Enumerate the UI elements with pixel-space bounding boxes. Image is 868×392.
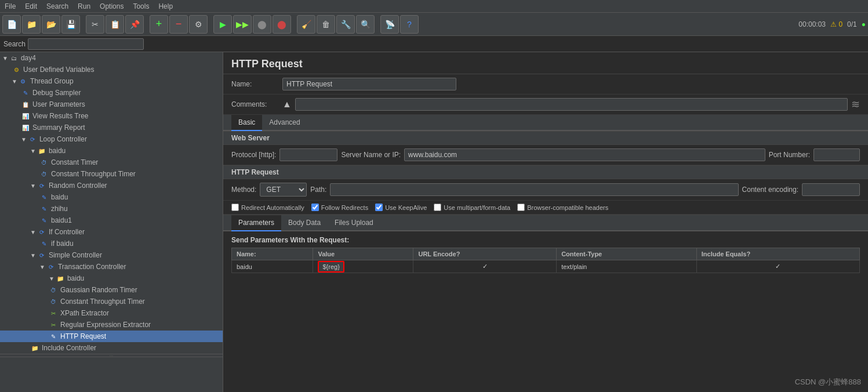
tree-item-zhihu[interactable]: ✎ zhihu: [0, 203, 223, 215]
search-toolbar-button[interactable]: 🔍: [356, 15, 375, 34]
remove-button[interactable]: −: [169, 15, 188, 34]
follow-redirects-checkbox[interactable]: Follow Redirects: [311, 204, 368, 211]
param-tabs: Parameters Body Data Files Upload: [223, 215, 868, 231]
controller-icon: ⟳: [37, 251, 46, 260]
comments-input[interactable]: [295, 98, 848, 111]
tree-item-thread-group[interactable]: ▼ ⚙ Thread Group: [0, 75, 223, 87]
tree-item-baidu-rc[interactable]: ✎ baidu: [0, 191, 223, 203]
tree-item-transaction-controller[interactable]: ▼ ⟳ Transaction Controller: [0, 261, 223, 273]
redirect-auto-checkbox[interactable]: Redirect Automatically: [231, 204, 304, 211]
tree-item-user-parameters[interactable]: 📋 User Parameters: [0, 99, 223, 110]
menu-file[interactable]: File: [0, 1, 20, 12]
drag-handle: ≋: [851, 98, 860, 111]
menu-help[interactable]: Help: [154, 1, 177, 12]
sampler-icon: ✎: [21, 88, 30, 97]
tab-parameters[interactable]: Parameters: [231, 215, 281, 231]
collapse-arrow[interactable]: ▲: [282, 99, 292, 110]
protocol-input[interactable]: [279, 148, 337, 161]
encoding-input[interactable]: [802, 183, 860, 196]
keepalive-checkbox[interactable]: Use KeepAlive: [375, 204, 427, 211]
name-input[interactable]: [282, 78, 456, 90]
multipart-checkbox[interactable]: Use multipart/form-data: [434, 204, 510, 211]
tree-item-summary-report[interactable]: 📊 Summary Report: [0, 122, 223, 133]
tab-body-data[interactable]: Body Data: [281, 215, 328, 231]
tree-item-baidu1[interactable]: ✎ baidu1: [0, 215, 223, 226]
menu-edit[interactable]: Edit: [20, 1, 42, 12]
tree-item-baidu-tc[interactable]: ▼ 📁 baidu: [0, 273, 223, 284]
menu-options[interactable]: Options: [95, 1, 128, 12]
paste-button[interactable]: 📌: [125, 15, 144, 34]
sampler-icon: ✎: [39, 204, 49, 213]
tree-item-if-baidu[interactable]: ✎ if baidu: [0, 238, 223, 249]
shutdown-button[interactable]: ⬤: [273, 15, 291, 34]
tree-item-baidu-lc[interactable]: ▼ 📁 baidu: [0, 145, 223, 157]
tree-item-regex-extractor[interactable]: ✂ Regular Expression Extractor: [0, 319, 223, 331]
start-no-pause-button[interactable]: ▶▶: [233, 15, 252, 34]
tree-item-if-controller[interactable]: ▼ ⟳ If Controller: [0, 226, 223, 238]
tree-item-gaussian-timer[interactable]: ⏱ Gaussian Random Timer: [0, 284, 223, 296]
templates-button[interactable]: 📁: [22, 15, 41, 34]
clear-button[interactable]: 🧹: [297, 15, 315, 34]
browser-headers-input[interactable]: [517, 204, 525, 211]
tree-item-random-controller[interactable]: ▼ ⟳ Random Controller: [0, 180, 223, 191]
menu-run[interactable]: Run: [73, 1, 95, 12]
tab-basic[interactable]: Basic: [231, 115, 262, 131]
tree-item-day4[interactable]: ▼ 🗂 day4: [0, 52, 223, 64]
browser-headers-checkbox[interactable]: Browser-compatible headers: [517, 204, 608, 211]
open-button[interactable]: 📂: [42, 15, 60, 34]
path-input[interactable]: [330, 183, 738, 196]
search-input[interactable]: [28, 38, 144, 50]
redirect-auto-input[interactable]: [231, 204, 239, 211]
tree-item-debug-sampler[interactable]: ✎ Debug Sampler: [0, 87, 223, 99]
tree-label: baidu: [49, 147, 66, 155]
copy-button[interactable]: 📋: [106, 15, 124, 34]
tree-item-xpath-extractor[interactable]: ✂ XPath Extractor: [0, 307, 223, 319]
multipart-input[interactable]: [434, 204, 441, 211]
menu-search[interactable]: Search: [42, 1, 73, 12]
tree-item-constant-throughput2[interactable]: ⏱ Constant Throughput Timer: [0, 296, 223, 307]
functions-button[interactable]: 🔧: [336, 15, 355, 34]
toggle-button[interactable]: ⚙: [189, 15, 208, 34]
plan-icon: 🗂: [9, 53, 19, 63]
tab-files-upload[interactable]: Files Upload: [328, 215, 380, 231]
tree-item-constant-timer[interactable]: ⏱ Constant Timer: [0, 157, 223, 168]
follow-redirects-input[interactable]: [311, 204, 319, 211]
tree-item-view-results-tree[interactable]: 📊 View Results Tree: [0, 110, 223, 122]
port-input[interactable]: [813, 148, 860, 161]
col-contenttype: Content-Type: [557, 248, 697, 260]
controller-icon: ⟳: [37, 181, 46, 190]
method-select[interactable]: GET POST PUT DELETE: [260, 183, 307, 197]
tree-item-include-controller[interactable]: 📁 Include Controller: [0, 342, 223, 354]
add-button[interactable]: +: [150, 15, 168, 34]
sampler-icon: ✎: [39, 239, 49, 248]
menu-tools[interactable]: Tools: [128, 1, 154, 12]
timer-icon: ⏱: [39, 158, 49, 167]
clear-all-button[interactable]: 🗑: [317, 15, 335, 34]
http-request-row: Method: GET POST PUT DELETE Path: Conten…: [223, 179, 868, 201]
protocol-label: Protocol [http]:: [231, 151, 276, 159]
tab-advanced[interactable]: Advanced: [262, 115, 307, 131]
help-button[interactable]: ?: [400, 15, 419, 34]
tree-label: Summary Report: [32, 124, 85, 132]
keepalive-input[interactable]: [375, 204, 383, 211]
config-icon: ⚙: [12, 65, 21, 74]
tree-item-simple-controller[interactable]: ▼ ⟳ Simple Controller: [0, 249, 223, 261]
tree-label: day4: [21, 54, 36, 62]
start-button[interactable]: ▶: [213, 15, 232, 34]
stop-button[interactable]: ⬤: [253, 15, 271, 34]
server-input[interactable]: [404, 148, 765, 161]
tree-item-http-request[interactable]: ✎ HTTP Request: [0, 331, 223, 342]
panel-resize-handle[interactable]: ···: [0, 354, 223, 357]
new-button[interactable]: 📄: [2, 15, 21, 34]
expand-arrow: ▼: [39, 264, 45, 270]
tree-label: User Defined Variables: [23, 66, 95, 74]
tree-item-user-defined[interactable]: ⚙ User Defined Variables: [0, 64, 223, 75]
tree-item-loop-controller[interactable]: ▼ ⟳ Loop Controller: [0, 133, 223, 145]
col-value: Value: [313, 248, 413, 260]
params-table: Name: Value URL Encode? Content-Type Inc…: [231, 248, 860, 273]
cut-button[interactable]: ✂: [86, 15, 104, 34]
remote-start-button[interactable]: 📡: [380, 15, 399, 34]
save-button[interactable]: 💾: [61, 15, 80, 34]
tree-item-constant-throughput[interactable]: ⏱ Constant Throughput Timer: [0, 168, 223, 180]
checkboxes-row: Redirect Automatically Follow Redirects …: [223, 201, 868, 215]
